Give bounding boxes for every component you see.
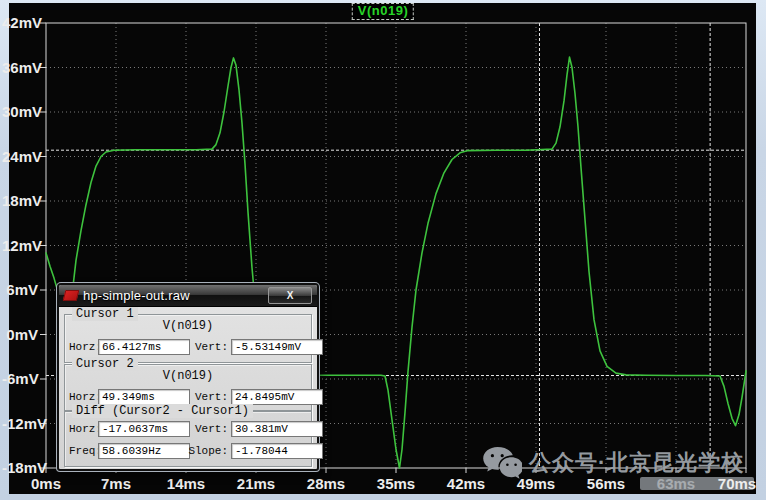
diff-horz-value[interactable] (98, 421, 190, 437)
cursor1-trace-name: V(n019) (65, 319, 311, 333)
dialog-titlebar[interactable]: hp-simple-out.raw X (59, 285, 317, 307)
cursor1-horz-value[interactable] (98, 339, 190, 355)
cursor2-horz-value[interactable] (98, 389, 190, 405)
diff-vert-label: Vert: (188, 423, 228, 435)
y-axis-label[interactable]: 12mV (2, 237, 38, 254)
cursor2-trace-name: V(n019) (65, 369, 311, 383)
y-axis-label[interactable]: 6mV (2, 281, 38, 298)
ltspice-waveform-window: V(n019) 42mV36mV30mV24mV18mV12mV6mV0mV-6… (0, 0, 766, 500)
watermark-text: 公众号·北京昆光学校 (529, 448, 744, 478)
diff-group-label: Diff (Cursor2 - Cursor1) (72, 404, 253, 418)
diff-vert-value[interactable] (231, 421, 323, 437)
close-icon: X (287, 290, 294, 301)
cursor-dialog[interactable]: hp-simple-out.raw X Cursor 1 V(n019) Hor… (57, 283, 319, 471)
cursor1-group: Cursor 1 V(n019) Horz: Vert: (64, 314, 312, 363)
trace-title-box[interactable]: V(n019) (352, 3, 414, 20)
diff-freq-value[interactable] (98, 443, 190, 459)
y-axis-label[interactable]: 18mV (2, 192, 38, 209)
x-axis-label[interactable]: 21ms (231, 475, 281, 492)
cursor1-vert-value[interactable] (231, 339, 323, 355)
close-button[interactable]: X (268, 287, 312, 304)
dialog-body: Cursor 1 V(n019) Horz: Vert: Cursor 2 V(… (59, 307, 317, 468)
y-axis-label[interactable]: 42mV (2, 14, 38, 31)
x-axis-label[interactable]: 35ms (371, 475, 421, 492)
watermark: 公众号·北京昆光学校 (482, 444, 744, 482)
x-axis-label[interactable]: 28ms (301, 475, 351, 492)
x-axis-label[interactable]: 70ms (712, 475, 762, 492)
x-axis-label[interactable]: 14ms (161, 475, 211, 492)
y-axis-label[interactable]: -18mV (2, 459, 38, 476)
cursor2-vert-value[interactable] (231, 389, 323, 405)
y-axis-label[interactable]: 0mV (2, 326, 38, 343)
dialog-title: hp-simple-out.raw (83, 288, 190, 303)
y-axis-label[interactable]: 24mV (2, 148, 38, 165)
trace-title-label: V(n019) (358, 3, 408, 18)
x-axis-label[interactable]: 0ms (21, 475, 71, 492)
y-axis-label[interactable]: -12mV (2, 415, 38, 432)
cursor1-vert-label: Vert: (188, 341, 228, 353)
y-axis-label[interactable]: -6mV (2, 370, 38, 387)
diff-slope-label: Slope: (188, 445, 228, 457)
diff-slope-value[interactable] (231, 443, 323, 459)
ltspice-icon (63, 290, 80, 301)
wechat-icon (482, 446, 522, 480)
y-axis-label[interactable]: 30mV (2, 103, 38, 120)
x-axis-label[interactable]: 7ms (91, 475, 141, 492)
cursor2-vert-label: Vert: (188, 391, 228, 403)
diff-group: Diff (Cursor2 - Cursor1) Horz: Vert: Fre… (64, 411, 312, 467)
y-axis-label[interactable]: 36mV (2, 59, 38, 76)
